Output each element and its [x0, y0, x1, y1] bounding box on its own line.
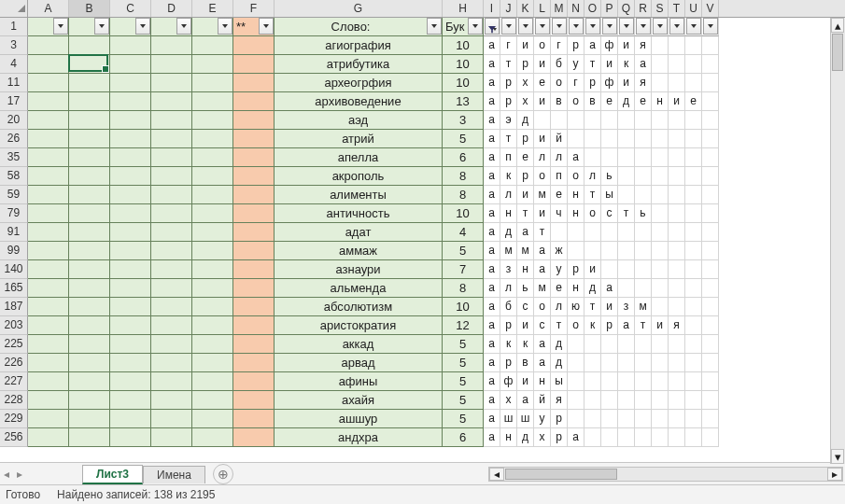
letter-cell[interactable]: [601, 130, 618, 148]
column-header-K[interactable]: K: [517, 0, 534, 17]
cell-C[interactable]: [110, 92, 151, 111]
cell-F[interactable]: [233, 298, 275, 316]
cell-D[interactable]: [151, 354, 192, 372]
cell-C[interactable]: [110, 111, 151, 130]
filter-button-B[interactable]: [94, 18, 109, 35]
letter-cell[interactable]: м: [500, 242, 517, 260]
new-sheet-button[interactable]: ⊕: [213, 464, 233, 484]
cell-A[interactable]: [28, 242, 69, 260]
letter-cell[interactable]: д: [517, 428, 534, 447]
letter-cell[interactable]: [669, 410, 685, 428]
row-header[interactable]: 225: [0, 335, 28, 354]
cell-C[interactable]: [110, 36, 151, 55]
word-cell[interactable]: азнаури: [275, 260, 443, 279]
letter-cell[interactable]: а: [568, 428, 584, 447]
letter-cell[interactable]: [702, 186, 719, 204]
filter-button-H[interactable]: [468, 18, 483, 35]
letter-cell[interactable]: [702, 335, 719, 354]
letter-cell[interactable]: ч: [551, 204, 568, 223]
header-cell-S[interactable]: [652, 18, 669, 36]
length-cell[interactable]: 10: [443, 36, 484, 55]
letter-cell[interactable]: и: [517, 36, 534, 55]
letter-cell[interactable]: к: [500, 167, 517, 186]
letter-cell[interactable]: л: [584, 167, 601, 186]
cell-A[interactable]: [28, 186, 69, 204]
filter-button-R[interactable]: [636, 18, 651, 35]
letter-cell[interactable]: [652, 204, 669, 223]
cell-A[interactable]: [28, 74, 69, 92]
letter-cell[interactable]: р: [500, 316, 517, 335]
letter-cell[interactable]: [669, 279, 685, 298]
letter-cell[interactable]: [584, 223, 601, 242]
letter-cell[interactable]: [652, 410, 669, 428]
row-header[interactable]: 20: [0, 111, 28, 130]
letter-cell[interactable]: [601, 260, 618, 279]
length-cell[interactable]: 5: [443, 242, 484, 260]
filter-button-K[interactable]: [518, 18, 533, 35]
letter-cell[interactable]: п: [500, 148, 517, 167]
cell-D[interactable]: [151, 186, 192, 204]
letter-cell[interactable]: [669, 111, 685, 130]
length-cell[interactable]: 6: [443, 428, 484, 447]
letter-cell[interactable]: к: [584, 316, 601, 335]
letter-cell[interactable]: [618, 279, 635, 298]
letter-cell[interactable]: л: [551, 298, 568, 316]
letter-cell[interactable]: р: [568, 36, 584, 55]
letter-cell[interactable]: и: [534, 204, 551, 223]
cell-C[interactable]: [110, 428, 151, 447]
scroll-down-button[interactable]: ▾: [831, 449, 844, 464]
cell-F[interactable]: [233, 335, 275, 354]
cell-E[interactable]: [192, 148, 233, 167]
letter-cell[interactable]: [618, 428, 635, 447]
letter-cell[interactable]: [669, 204, 685, 223]
row-header[interactable]: 26: [0, 130, 28, 148]
cell-E[interactable]: [192, 428, 233, 447]
word-cell[interactable]: агиография: [275, 36, 443, 55]
letter-cell[interactable]: у: [551, 260, 568, 279]
letter-cell[interactable]: а: [601, 279, 618, 298]
letter-cell[interactable]: [635, 186, 652, 204]
letter-cell[interactable]: [584, 410, 601, 428]
cell-F[interactable]: [233, 242, 275, 260]
letter-cell[interactable]: [702, 111, 719, 130]
cell-D[interactable]: [151, 242, 192, 260]
cell-B[interactable]: [69, 92, 110, 111]
letter-cell[interactable]: г: [551, 36, 568, 55]
letter-cell[interactable]: о: [534, 167, 551, 186]
row-header[interactable]: 91: [0, 223, 28, 242]
letter-cell[interactable]: [652, 279, 669, 298]
letter-cell[interactable]: [685, 55, 702, 74]
letter-cell[interactable]: а: [484, 372, 500, 391]
letter-cell[interactable]: [618, 167, 635, 186]
letter-cell[interactable]: [601, 372, 618, 391]
letter-cell[interactable]: а: [484, 92, 500, 111]
filter-button-D[interactable]: [176, 18, 191, 35]
letter-cell[interactable]: х: [534, 428, 551, 447]
column-header-C[interactable]: C: [110, 0, 151, 17]
letter-cell[interactable]: [685, 428, 702, 447]
length-cell[interactable]: 5: [443, 372, 484, 391]
length-cell[interactable]: 13: [443, 92, 484, 111]
cell-B[interactable]: [69, 316, 110, 335]
letter-cell[interactable]: и: [534, 92, 551, 111]
cell-F[interactable]: [233, 279, 275, 298]
letter-cell[interactable]: и: [584, 260, 601, 279]
cell-A[interactable]: [28, 167, 69, 186]
header-cell-U[interactable]: [685, 18, 702, 36]
letter-cell[interactable]: [584, 372, 601, 391]
cell-B[interactable]: [69, 36, 110, 55]
letter-cell[interactable]: я: [635, 36, 652, 55]
cell-B[interactable]: [69, 260, 110, 279]
cell-B[interactable]: [69, 242, 110, 260]
letter-cell[interactable]: т: [500, 55, 517, 74]
cell-F[interactable]: [233, 428, 275, 447]
letter-cell[interactable]: [635, 410, 652, 428]
word-cell[interactable]: афины: [275, 372, 443, 391]
letter-cell[interactable]: [601, 391, 618, 410]
cell-C[interactable]: [110, 316, 151, 335]
letter-cell[interactable]: [635, 223, 652, 242]
cell-C[interactable]: [110, 410, 151, 428]
header-cell-K[interactable]: [517, 18, 534, 36]
letter-cell[interactable]: о: [568, 316, 584, 335]
letter-cell[interactable]: [584, 148, 601, 167]
